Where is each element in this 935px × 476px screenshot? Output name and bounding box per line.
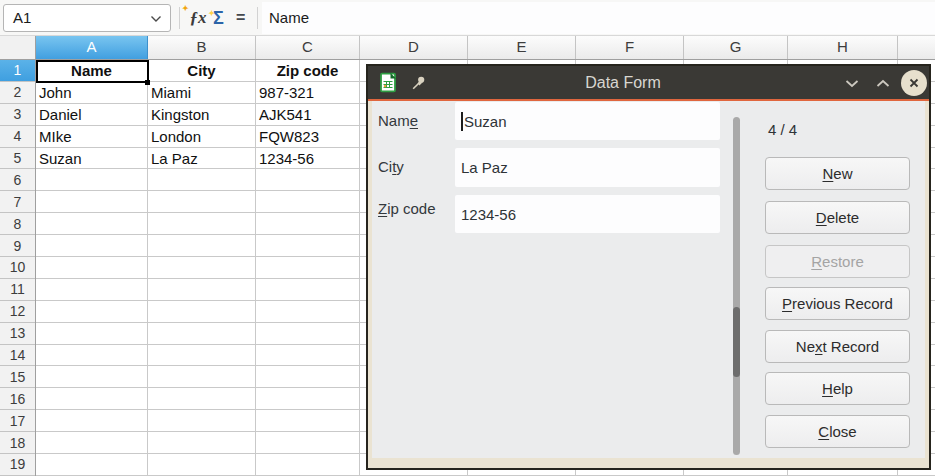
formula-input[interactable]: Name — [262, 2, 935, 34]
cell-B1[interactable]: City — [148, 60, 256, 82]
chevron-up-icon[interactable] — [875, 79, 891, 88]
row-header-7[interactable]: 7 — [0, 191, 35, 213]
name-box-dropdown-icon[interactable] — [150, 15, 162, 23]
cell-B6[interactable] — [148, 169, 256, 191]
function-wizard-icon[interactable]: ✦ ✦ ƒx — [185, 5, 211, 31]
row-header-1[interactable]: 1 — [0, 60, 35, 82]
column-header-F[interactable]: F — [576, 36, 684, 59]
cell-C13[interactable] — [256, 323, 360, 345]
cell-B15[interactable] — [148, 366, 256, 388]
cell-C12[interactable] — [256, 301, 360, 323]
row-header-9[interactable]: 9 — [0, 235, 35, 257]
field-input-zip-code[interactable]: 1234-56 — [455, 195, 720, 233]
row-header-5[interactable]: 5 — [0, 148, 35, 170]
row-header-4[interactable]: 4 — [0, 126, 35, 148]
cell-A2[interactable]: John — [36, 82, 148, 104]
row-header-18[interactable]: 18 — [0, 432, 35, 454]
cell-C14[interactable] — [256, 345, 360, 367]
close-button[interactable]: Close — [765, 415, 910, 448]
cell-B2[interactable]: Miami — [148, 82, 256, 104]
row-header-6[interactable]: 6 — [0, 169, 35, 191]
cell-C8[interactable] — [256, 213, 360, 235]
cell-C7[interactable] — [256, 191, 360, 213]
cell-B17[interactable] — [148, 410, 256, 432]
close-icon[interactable] — [901, 70, 927, 96]
row-header-10[interactable]: 10 — [0, 257, 35, 279]
row-header-14[interactable]: 14 — [0, 345, 35, 367]
cell-A17[interactable] — [36, 410, 148, 432]
cell-A19[interactable] — [36, 454, 148, 476]
row-header-3[interactable]: 3 — [0, 104, 35, 126]
row-header-12[interactable]: 12 — [0, 301, 35, 323]
row-header-11[interactable]: 11 — [0, 279, 35, 301]
column-header-I[interactable]: I — [898, 36, 935, 59]
row-header-16[interactable]: 16 — [0, 388, 35, 410]
cell-C16[interactable] — [256, 388, 360, 410]
cell-A3[interactable]: Daniel — [36, 104, 148, 126]
cell-B4[interactable]: London — [148, 126, 256, 148]
dialog-titlebar[interactable]: Data Form — [368, 66, 929, 99]
cell-A10[interactable] — [36, 257, 148, 279]
previous-record-button[interactable]: Previous Record — [765, 287, 910, 320]
row-header-2[interactable]: 2 — [0, 82, 35, 104]
row-header-15[interactable]: 15 — [0, 366, 35, 388]
cell-B5[interactable]: La Paz — [148, 148, 256, 170]
equals-icon[interactable]: = — [236, 5, 245, 31]
pin-icon[interactable] — [411, 75, 427, 91]
row-header-19[interactable]: 19 — [0, 454, 35, 476]
column-header-D[interactable]: D — [360, 36, 468, 59]
cell-B3[interactable]: Kingston — [148, 104, 256, 126]
row-header-13[interactable]: 13 — [0, 323, 35, 345]
cell-C15[interactable] — [256, 366, 360, 388]
cell-A18[interactable] — [36, 432, 148, 454]
cell-A11[interactable] — [36, 279, 148, 301]
field-input-city[interactable]: La Paz — [455, 148, 720, 187]
cell-A16[interactable] — [36, 388, 148, 410]
cell-B9[interactable] — [148, 235, 256, 257]
cell-C19[interactable] — [256, 454, 360, 476]
cell-B18[interactable] — [148, 432, 256, 454]
cell-B19[interactable] — [148, 454, 256, 476]
row-header-8[interactable]: 8 — [0, 213, 35, 235]
column-header-A[interactable]: A — [36, 36, 148, 59]
cell-C5[interactable]: 1234-56 — [256, 148, 360, 170]
column-header-B[interactable]: B — [148, 36, 256, 59]
cell-C4[interactable]: FQW823 — [256, 126, 360, 148]
cell-C11[interactable] — [256, 279, 360, 301]
cell-C9[interactable] — [256, 235, 360, 257]
cell-A8[interactable] — [36, 213, 148, 235]
cell-A6[interactable] — [36, 169, 148, 191]
row-header-17[interactable]: 17 — [0, 410, 35, 432]
column-header-C[interactable]: C — [256, 36, 360, 59]
cell-B7[interactable] — [148, 191, 256, 213]
name-box[interactable]: A1 — [3, 4, 171, 32]
cell-C17[interactable] — [256, 410, 360, 432]
cell-C18[interactable] — [256, 432, 360, 454]
cell-A7[interactable] — [36, 191, 148, 213]
cell-B16[interactable] — [148, 388, 256, 410]
restore-button[interactable]: Restore — [765, 245, 910, 278]
cell-A4[interactable]: MIke — [36, 126, 148, 148]
cell-A5[interactable]: Suzan — [36, 148, 148, 170]
cell-A15[interactable] — [36, 366, 148, 388]
cell-B8[interactable] — [148, 213, 256, 235]
cell-A13[interactable] — [36, 323, 148, 345]
cell-A14[interactable] — [36, 345, 148, 367]
cell-C6[interactable] — [256, 169, 360, 191]
cell-A12[interactable] — [36, 301, 148, 323]
fill-handle[interactable] — [145, 80, 150, 85]
select-all-corner[interactable] — [0, 36, 36, 59]
cell-B10[interactable] — [148, 257, 256, 279]
cell-B14[interactable] — [148, 345, 256, 367]
cell-B13[interactable] — [148, 323, 256, 345]
column-header-E[interactable]: E — [468, 36, 576, 59]
field-input-name[interactable]: Suzan — [455, 102, 720, 140]
cell-B12[interactable] — [148, 301, 256, 323]
cell-A1[interactable]: Name — [36, 60, 148, 82]
help-button[interactable]: Help — [765, 372, 910, 405]
dialog-scrollbar[interactable] — [733, 117, 740, 455]
chevron-down-icon[interactable] — [844, 79, 860, 88]
cell-A9[interactable] — [36, 235, 148, 257]
cell-C10[interactable] — [256, 257, 360, 279]
next-record-button[interactable]: Next Record — [765, 330, 910, 363]
